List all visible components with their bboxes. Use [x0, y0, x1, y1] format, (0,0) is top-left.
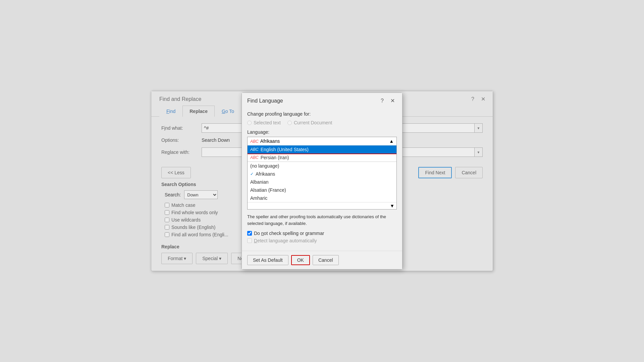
fl-body: Change proofing language for: Selected t…	[242, 108, 402, 251]
find-language-overlay: Find Language ? ✕ Change proofing langua…	[0, 0, 644, 362]
fl-list-item-afrikaans[interactable]: ✓ Afrikaans	[248, 170, 396, 178]
fl-scroll-up-arrow: ▲	[389, 138, 394, 144]
fl-cancel-button[interactable]: Cancel	[313, 255, 339, 265]
fl-scroll-down: ▼	[248, 202, 396, 209]
fl-help-button[interactable]: ?	[379, 97, 386, 105]
fl-titlebar: Find Language ? ✕	[242, 93, 402, 108]
set-as-default-button[interactable]: Set As Default	[247, 255, 288, 265]
fl-close-button[interactable]: ✕	[388, 97, 397, 105]
no-spell-checkbox[interactable]	[247, 231, 252, 236]
fl-radio-current-doc: Current Document	[287, 120, 332, 125]
detect-lang-checkbox[interactable]	[247, 238, 252, 243]
fl-list-item-albanian[interactable]: Albanian	[248, 178, 396, 186]
fl-scroll-down-arrow: ▼	[390, 203, 394, 208]
fl-list-item-english-us[interactable]: ABC English (United States)	[248, 145, 396, 154]
english-us-label: English (United States)	[261, 147, 309, 152]
find-language-dialog: Find Language ? ✕ Change proofing langua…	[241, 93, 402, 269]
fl-radio-row: Selected text Current Document	[247, 120, 397, 125]
fl-detect-lang-row: Detect language automatically	[247, 238, 397, 243]
fl-no-spell-row: Do not check spelling or grammar	[247, 231, 397, 236]
fl-title: Find Language	[247, 98, 283, 104]
fl-subtitle: Change proofing language for:	[247, 111, 397, 117]
fl-list-item-no-language[interactable]: (no language)	[248, 162, 396, 170]
fl-titlebar-btns: ? ✕	[379, 97, 397, 105]
persian-spell-icon: ABC	[250, 155, 259, 160]
fl-list-item-amharic[interactable]: Amharic	[248, 194, 396, 202]
persian-label: Persian (Iran)	[261, 155, 289, 160]
afrikaans-label: Afrikaans	[256, 171, 275, 177]
ok-button[interactable]: OK	[291, 255, 310, 265]
albanian-label: Albanian	[250, 179, 269, 185]
no-language-label: (no language)	[250, 163, 279, 169]
afrikaans-check-icon: ✓	[250, 172, 254, 176]
fl-info-text: The speller and other proofing tools aut…	[247, 214, 397, 227]
selected-text-label: Selected text	[254, 120, 281, 125]
fl-radio-selected-text: Selected text	[247, 120, 281, 125]
detect-lang-label: Detect language automatically	[254, 238, 317, 243]
english-us-spell-icon: ABC	[250, 147, 259, 152]
fl-listbox-header: ABC Afrikaans ▲	[248, 137, 396, 145]
fl-language-label: Language:	[247, 129, 397, 135]
spell-icon: ABC	[250, 139, 259, 144]
alsatian-label: Alsatian (France)	[250, 187, 286, 193]
current-doc-label: Current Document	[294, 120, 332, 125]
fl-listbox-container: ABC Afrikaans ▲ ABC English (United Stat…	[247, 137, 397, 209]
fl-footer: Set As Default OK Cancel	[242, 251, 402, 269]
current-doc-radio[interactable]	[287, 121, 292, 125]
amharic-label: Amharic	[250, 195, 267, 201]
fl-header-lang: ABC Afrikaans	[250, 138, 280, 144]
no-spell-label: Do not check spelling or grammar	[254, 231, 324, 236]
fl-list-item-persian[interactable]: ABC Persian (Iran)	[248, 154, 396, 162]
fl-language-list[interactable]: ABC English (United States) ABC Persian …	[248, 145, 396, 202]
selected-text-radio[interactable]	[247, 121, 252, 125]
fl-list-item-alsatian[interactable]: Alsatian (France)	[248, 186, 396, 194]
